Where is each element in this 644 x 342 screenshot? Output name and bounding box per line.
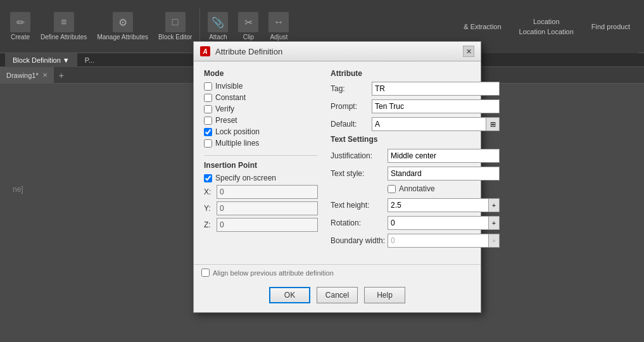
- boundary-width-row: Boundary width: +: [331, 234, 500, 248]
- coord-x-input[interactable]: [217, 185, 318, 199]
- attribute-definition-dialog: A Attribute Definition ✕ Mode Invisible …: [193, 41, 481, 313]
- help-button[interactable]: Help: [364, 287, 405, 303]
- coord-z-row: Z:: [204, 218, 318, 232]
- drawing-tab-label: Drawing1*: [6, 72, 39, 79]
- specify-onscreen-checkbox[interactable]: [204, 174, 212, 182]
- multiple-lines-label: Multiple lines: [215, 139, 259, 148]
- ok-button[interactable]: OK: [269, 287, 310, 303]
- toolbar-define-attributes[interactable]: ≡ Define Attributes: [35, 10, 92, 43]
- prompt-label: Prompt:: [331, 102, 372, 111]
- mode-section-label: Mode: [204, 69, 318, 78]
- find-product-button[interactable]: Find product: [583, 0, 639, 53]
- boundary-width-spin-button[interactable]: +: [488, 234, 500, 248]
- coord-x-row: X:: [204, 185, 318, 199]
- preset-checkbox[interactable]: [204, 117, 212, 125]
- multiple-lines-checkbox[interactable]: [204, 139, 212, 148]
- tab-block-definition[interactable]: Block Definition ▼: [5, 53, 77, 67]
- align-label: Align below previous attribute definitio…: [213, 269, 334, 277]
- tag-label: Tag:: [331, 84, 372, 93]
- toolbar-clip[interactable]: ✂ Clip: [233, 10, 263, 43]
- constant-label: Constant: [215, 93, 246, 102]
- toolbar-block-label: Block Editor: [158, 34, 192, 41]
- justification-label: Justification:: [331, 151, 388, 160]
- verify-row: Verify: [204, 104, 318, 113]
- default-row: Default: ⊞: [331, 117, 500, 131]
- toolbar-attach[interactable]: 📎 Attach: [203, 10, 233, 43]
- toolbar-attach-label: Attach: [209, 34, 227, 41]
- boundary-width-input-group: +: [388, 234, 500, 248]
- clip-icon: ✂: [238, 12, 258, 32]
- create-icon: ✏: [10, 12, 30, 32]
- text-height-spin-button[interactable]: +: [488, 198, 500, 212]
- cancel-button[interactable]: Cancel: [317, 287, 358, 303]
- dialog-close-button[interactable]: ✕: [463, 46, 474, 57]
- text-style-select[interactable]: Standard: [388, 167, 500, 180]
- lock-position-checkbox[interactable]: [204, 128, 212, 136]
- coord-y-label: Y:: [204, 204, 217, 213]
- tab-p[interactable]: P...: [77, 53, 102, 67]
- dialog-right-col: Attribute Tag: Prompt: Default: ⊞ Text S…: [331, 69, 500, 251]
- toolbar-create[interactable]: ✏ Create: [5, 10, 35, 43]
- insertion-point-section: Insertion Point Specify on-screen X: Y: …: [204, 155, 318, 232]
- lock-position-row: Lock position: [204, 127, 318, 136]
- toolbar-manage-label: Manage Attributes: [97, 34, 148, 41]
- text-height-input-group: +: [388, 198, 500, 212]
- attach-icon: 📎: [208, 12, 228, 32]
- rotation-spin-button[interactable]: +: [488, 216, 500, 230]
- verify-label: Verify: [215, 104, 234, 113]
- toolbar-adjust[interactable]: ↔ Adjust: [263, 10, 294, 43]
- rotation-input-group: +: [388, 216, 500, 230]
- default-label: Default:: [331, 120, 372, 129]
- boundary-width-input[interactable]: [388, 234, 488, 248]
- boundary-width-label: Boundary width:: [331, 236, 388, 245]
- rotation-input[interactable]: [388, 216, 488, 230]
- canvas-text: ne]: [13, 185, 23, 194]
- toolbar-define-label: Define Attributes: [41, 34, 87, 41]
- insertion-point-label: Insertion Point: [204, 161, 318, 170]
- invisible-label: Invisible: [215, 82, 243, 91]
- drawing-tab-drawing1[interactable]: Drawing1* ✕: [0, 67, 54, 84]
- default-input-group: ⊞: [372, 117, 500, 131]
- constant-checkbox[interactable]: [204, 94, 212, 102]
- toolbar-clip-label: Clip: [243, 34, 254, 41]
- text-settings-label: Text Settings: [331, 135, 500, 144]
- prompt-input[interactable]: [372, 99, 500, 113]
- block-editor-icon: □: [165, 12, 186, 32]
- justification-select[interactable]: Middle center Left Center Right: [388, 149, 500, 163]
- tag-input[interactable]: [372, 82, 500, 96]
- preset-label: Preset: [215, 116, 237, 125]
- dialog-left-col: Mode Invisible Constant Verify Preset Lo…: [204, 69, 318, 251]
- preset-row: Preset: [204, 116, 318, 125]
- default-insert-field-button[interactable]: ⊞: [486, 117, 500, 131]
- text-height-input[interactable]: [388, 198, 488, 212]
- drawing-tab-close[interactable]: ✕: [42, 72, 47, 79]
- align-row: Align below previous attribute definitio…: [194, 264, 481, 281]
- coord-z-input[interactable]: [217, 218, 318, 232]
- annotative-label: Annotative: [399, 184, 435, 193]
- annotative-row: Annotative: [388, 184, 500, 193]
- attribute-section-label: Attribute: [331, 69, 500, 78]
- coord-y-input[interactable]: [217, 201, 318, 215]
- coord-z-label: Z:: [204, 220, 217, 229]
- tag-row: Tag:: [331, 82, 500, 96]
- verify-checkbox[interactable]: [204, 105, 212, 113]
- text-style-label: Text style:: [331, 169, 388, 178]
- text-height-label: Text height:: [331, 201, 388, 210]
- manage-attr-icon: ⚙: [113, 12, 133, 32]
- align-checkbox[interactable]: [201, 269, 210, 277]
- toolbar-block-editor[interactable]: □ Block Editor: [153, 10, 197, 43]
- invisible-checkbox[interactable]: [204, 82, 212, 91]
- define-attr-icon: ≡: [54, 12, 74, 32]
- annotative-checkbox[interactable]: [388, 185, 396, 193]
- justification-row: Justification: Middle center Left Center…: [331, 149, 500, 163]
- location-button[interactable]: Location Location Location: [510, 0, 583, 53]
- default-input[interactable]: [372, 117, 486, 131]
- text-style-row: Text style: Standard: [331, 167, 500, 180]
- specify-onscreen-row: Specify on-screen: [204, 174, 318, 182]
- toolbar-manage-attributes[interactable]: ⚙ Manage Attributes: [92, 10, 153, 43]
- toolbar-adjust-label: Adjust: [270, 34, 287, 41]
- rotation-row: Rotation: +: [331, 216, 500, 230]
- adjust-icon: ↔: [268, 12, 289, 32]
- constant-row: Constant: [204, 93, 318, 102]
- drawing-tab-add[interactable]: +: [54, 68, 69, 83]
